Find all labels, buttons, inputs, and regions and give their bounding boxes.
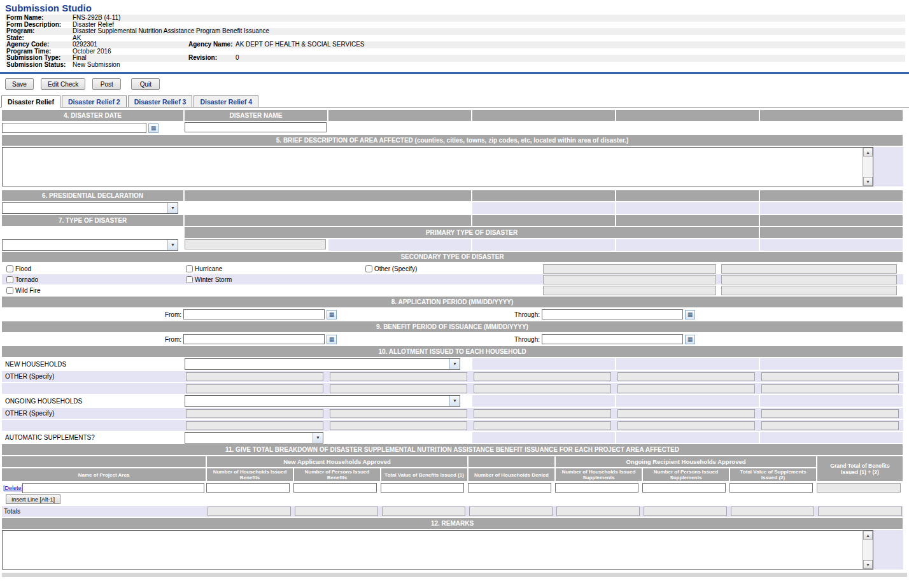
primary-disaster-type-select[interactable] (3, 240, 178, 250)
textarea-scrollbar[interactable]: ▲ ▼ (863, 530, 873, 570)
application-through-input[interactable] (542, 309, 683, 319)
col-households-denied-header: Number of Households Denied (469, 468, 554, 481)
area-description-textarea[interactable] (2, 147, 863, 186)
other-specify-option: Other (Specify) (361, 265, 540, 272)
textarea-scrollbar[interactable]: ▲ ▼ (863, 147, 873, 186)
households-issued-supplements-input[interactable] (555, 483, 638, 493)
disaster-date-input[interactable] (2, 123, 146, 133)
info-label: Form Name: (5, 15, 73, 21)
save-button[interactable]: Save (5, 78, 34, 90)
benefit-through-input[interactable] (542, 334, 683, 344)
new-other-input-1 (186, 372, 323, 381)
persons-issued-benefits-input[interactable] (293, 483, 377, 493)
application-from-input[interactable] (183, 309, 325, 319)
wild-fire-label: Wild Fire (15, 287, 40, 294)
row-filler (760, 395, 903, 407)
new-other-input-10 (761, 384, 899, 393)
other-specify-checkbox[interactable] (365, 265, 372, 272)
page-title: Submission Studio (0, 0, 909, 15)
info-value: FNS-292B (4-11) (73, 15, 905, 21)
tab-disaster-relief[interactable]: Disaster Relief (1, 95, 60, 108)
header-spacer-cell (185, 190, 471, 201)
table11-group-row: New Applicant Households Approved Ongoin… (2, 456, 816, 467)
quit-button[interactable]: Quit (131, 78, 160, 90)
row-filler (760, 358, 903, 370)
winter-storm-checkbox[interactable] (186, 276, 193, 283)
value-benefits-issued-input[interactable] (381, 483, 464, 493)
persons-issued-supplements-input[interactable] (642, 483, 726, 493)
row-filler (616, 432, 759, 443)
scroll-up-icon[interactable]: ▲ (863, 148, 873, 157)
scroll-down-icon[interactable]: ▼ (863, 560, 873, 569)
disaster-name-input[interactable] (185, 122, 327, 132)
ongoing-households-label: ONGOING HOUSEHOLDS (2, 395, 183, 407)
row-filler (472, 432, 615, 443)
section4-input-row: ▦ (2, 122, 903, 134)
insert-line-button[interactable]: Insert Line [Alt-1] (6, 494, 60, 504)
new-other-input-2 (330, 372, 467, 381)
header-spacer-cell (760, 215, 903, 226)
primary-type-other-input (185, 239, 326, 249)
info-value: Disaster Relief (73, 22, 905, 28)
row-filler (472, 358, 615, 370)
row-filler (472, 202, 615, 214)
info-row-submission-status: Submission Status: New Submission (5, 62, 905, 69)
info-value: 0292301 (73, 41, 188, 48)
through-label: Through: (337, 311, 542, 318)
secondary-type-header: SECONDARY TYPE OF DISASTER (2, 252, 903, 262)
automatic-supplements-select[interactable] (185, 433, 323, 443)
tab-disaster-relief-2[interactable]: Disaster Relief 2 (62, 95, 127, 107)
automatic-supplements-select-wrap: ▼ (185, 432, 323, 444)
presidential-declaration-select[interactable] (3, 203, 178, 213)
benefit-from-input[interactable] (183, 334, 325, 344)
delete-link[interactable]: [Delete] (2, 485, 22, 491)
flood-checkbox[interactable] (6, 265, 13, 272)
hurricane-checkbox[interactable] (186, 265, 193, 272)
tab-disaster-relief-4[interactable]: Disaster Relief 4 (194, 95, 258, 107)
ongoing-other-specify-row-2 (2, 420, 903, 431)
secondary-other-input-6 (721, 286, 897, 295)
col-persons-supplements-header: Number of Persons Issued Supplements (643, 468, 729, 481)
row-filler (616, 395, 759, 407)
project-area-name-input[interactable] (22, 483, 204, 493)
primary-type-header: PRIMARY TYPE OF DISASTER (185, 227, 759, 238)
tab-disaster-relief-3[interactable]: Disaster Relief 3 (128, 95, 193, 107)
calendar-icon[interactable]: ▦ (327, 335, 337, 344)
calendar-icon[interactable]: ▦ (327, 310, 337, 319)
ongoing-households-allotment-select[interactable] (185, 396, 460, 406)
edit-check-button[interactable]: Edit Check (41, 78, 85, 90)
header-spacer-cell (760, 190, 903, 201)
post-button[interactable]: Post (92, 78, 121, 90)
section8-header: 8. APPLICATION PERIOD (MM/DD/YYYY) (2, 297, 903, 307)
ongoing-other-input-3 (474, 409, 611, 418)
calendar-icon[interactable]: ▦ (685, 310, 695, 319)
households-issued-benefits-input[interactable] (206, 483, 290, 493)
secondary-type-row-1: Flood Hurricane Other (Specify) (2, 263, 903, 274)
new-households-allotment-select[interactable] (185, 359, 460, 369)
toolbar: Save Edit Check Post Quit (0, 74, 909, 90)
new-other-input-5 (761, 372, 899, 381)
row-filler (760, 202, 903, 214)
row-filler (185, 202, 471, 214)
value-supplements-issued-input[interactable] (729, 483, 813, 493)
ongoing-other-input-10 (761, 421, 899, 430)
row-filler (472, 395, 615, 407)
tornado-option: Tornado (2, 276, 181, 283)
secondary-other-input-5 (543, 286, 716, 295)
tornado-checkbox[interactable] (6, 276, 13, 283)
wild-fire-checkbox[interactable] (6, 287, 13, 294)
new-other-input-3 (474, 372, 611, 381)
info-row-program-time: Program Time: October 2016 (5, 48, 905, 55)
ongoing-households-select-wrap: ▼ (185, 395, 460, 407)
section6-header-row: 6. PRESIDENTIAL DECLARATION (2, 190, 903, 201)
calendar-icon[interactable]: ▦ (685, 335, 695, 344)
remarks-textarea[interactable] (2, 530, 863, 570)
new-households-label: NEW HOUSEHOLDS (2, 358, 183, 370)
flood-label: Flood (15, 265, 31, 272)
info-label: State: (5, 35, 73, 41)
scroll-down-icon[interactable]: ▼ (863, 177, 873, 186)
scroll-up-icon[interactable]: ▲ (863, 531, 873, 540)
households-denied-input[interactable] (468, 483, 551, 493)
new-other-input-6 (186, 384, 323, 393)
calendar-icon[interactable]: ▦ (148, 123, 159, 133)
